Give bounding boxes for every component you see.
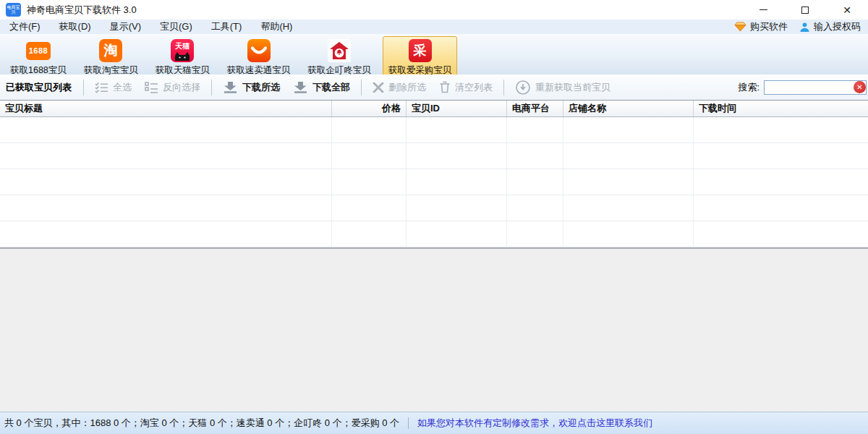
clear-search-button[interactable]: ✕ [854,81,866,93]
fetch-qidingdong-button[interactable]: 获取企叮咚宝贝 [302,36,377,78]
minimize-button[interactable] [742,0,784,20]
column-divider [693,117,694,247]
status-bar: 共 0 个宝贝，其中：1688 0 个；淘宝 0 个；天猫 0 个；速卖通 0 … [0,412,868,434]
download-all-button[interactable]: 下载全部 [293,81,350,94]
download-icon [223,81,238,93]
menu-tools[interactable]: 工具(T) [202,20,252,34]
column-header-shop-name[interactable]: 店铺名称 [563,101,694,116]
table-row [0,117,868,143]
delete-x-icon [373,82,384,93]
item-count-summary: 共 0 个宝贝，其中：1688 0 个；淘宝 0 个；天猫 0 个；速卖通 0 … [4,417,399,430]
close-button[interactable]: ✕ [826,0,868,20]
contact-us-link[interactable]: 如果您对本软件有定制修改需求，欢迎点击这里联系我们 [417,417,652,430]
search-label: 搜索: [738,81,760,94]
1688-icon: 1688 [26,42,51,60]
app-window: 电商宝贝 神奇电商宝贝下载软件 3.0 ✕ 文件(F) 获取(D) 显示(V) … [0,0,868,434]
delete-selected-button[interactable]: 删除所选 [373,81,426,94]
table-header: 宝贝标题 价格 宝贝ID 电商平台 店铺名称 下载时间 [0,100,868,117]
maximize-icon [801,7,809,14]
window-controls: ✕ [742,0,868,20]
download-selected-button[interactable]: 下载所选 [223,81,280,94]
search-area: 搜索: ✕ [738,80,867,95]
column-header-platform[interactable]: 电商平台 [507,101,563,116]
list-title: 已获取宝贝列表 [6,81,72,94]
minimize-icon [760,9,767,10]
column-divider [506,117,507,247]
aliexpress-icon [247,39,271,62]
menu-help[interactable]: 帮助(H) [251,20,302,34]
buy-software-label: 购买软件 [750,20,788,33]
fetch-aicaigou-button[interactable]: 采 获取爱采购宝贝 [383,36,458,78]
separator [83,80,84,95]
enter-license-button[interactable]: 输入授权码 [799,20,861,33]
separator [503,80,504,95]
table-row [0,195,868,221]
select-all-button[interactable]: 全选 [95,81,132,94]
column-divider [331,117,332,247]
download-icon [293,81,308,93]
user-icon [799,22,810,33]
app-logo-icon: 电商宝贝 [6,3,21,17]
taobao-icon: 淘 [99,39,122,62]
fetch-tmall-button[interactable]: 天猫 获取天猫宝贝 [150,36,216,78]
aicaigou-icon: 采 [409,39,432,62]
close-icon: ✕ [843,5,851,15]
maximize-button[interactable] [784,0,826,20]
invert-selection-icon [145,82,158,93]
menu-item[interactable]: 宝贝(G) [150,20,202,34]
fetch-aliexpress-button[interactable]: 获取速卖通宝贝 [221,36,297,78]
column-header-item-id[interactable]: 宝贝ID [407,101,507,116]
column-header-price[interactable]: 价格 [332,101,407,116]
tmall-icon: 天猫 [171,39,194,62]
background-panel [0,249,868,412]
column-header-download-time[interactable]: 下载时间 [694,101,868,116]
title-bar: 电商宝贝 神奇电商宝贝下载软件 3.0 ✕ [0,0,868,20]
table-row [0,169,868,195]
item-list[interactable] [0,117,868,247]
invert-selection-button[interactable]: 反向选择 [145,81,200,94]
gem-icon [734,22,746,32]
fetch-taobao-button[interactable]: 淘 获取淘宝宝贝 [78,36,144,78]
menu-file[interactable]: 文件(F) [0,20,50,34]
table-row [0,221,868,247]
window-title: 神奇电商宝贝下载软件 3.0 [27,4,137,17]
column-divider [406,117,407,247]
clear-x-icon: ✕ [856,84,862,91]
qidingdong-icon [328,39,351,62]
trash-icon [439,81,451,93]
refetch-current-button[interactable]: 重新获取当前宝贝 [515,80,610,95]
select-all-icon [95,82,109,93]
separator [408,417,409,429]
clear-list-button[interactable]: 清空列表 [439,81,493,94]
table-row [0,143,868,169]
platform-toolbar: 1688 获取1688宝贝 淘 获取淘宝宝贝 天猫 获取天猫宝贝 [0,34,868,75]
separator [361,80,362,95]
menu-view[interactable]: 显示(V) [101,20,150,34]
menu-fetch[interactable]: 获取(D) [50,20,101,34]
menu-bar: 文件(F) 获取(D) 显示(V) 宝贝(G) 工具(T) 帮助(H) 购买软件 [0,20,868,34]
fetch-1688-button[interactable]: 1688 获取1688宝贝 [4,36,72,78]
separator [211,80,212,95]
tmall-cat-icon [174,51,191,61]
action-bar: 已获取宝贝列表 全选 反向选择 [0,75,868,100]
search-input[interactable] [764,80,867,95]
column-header-title[interactable]: 宝贝标题 [0,101,332,116]
refresh-icon [515,80,531,95]
buy-software-button[interactable]: 购买软件 [734,20,788,33]
column-divider [563,117,563,247]
enter-license-label: 输入授权码 [814,20,861,33]
